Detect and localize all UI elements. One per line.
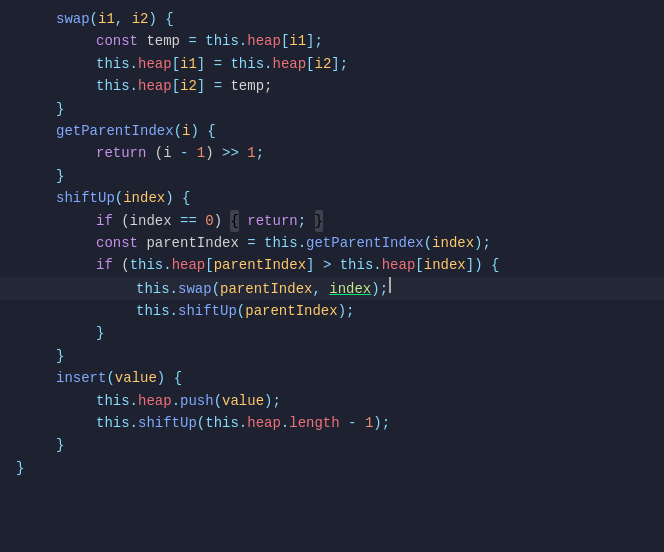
code-line: } [0,345,664,367]
code-line: } [0,165,664,187]
fn-name: swap [56,8,90,30]
code-editor: swap(i1, i2) { const temp = this.heap[i1… [0,0,664,552]
code-line: this.heap[i2] = temp; [0,75,664,97]
code-line: getParentIndex(i) { [0,120,664,142]
code-line: const temp = this.heap[i1]; [0,30,664,52]
code-line: if (index == 0) { return; } [0,210,664,232]
code-line: this.heap.push(value); [0,390,664,412]
code-line: insert(value) { [0,367,664,389]
code-line: if (this.heap[parentIndex] > this.heap[i… [0,254,664,276]
code-line: this.swap(parentIndex, index); [0,277,664,300]
code-line: shiftUp(index) { [0,187,664,209]
code-line: const parentIndex = this.getParentIndex(… [0,232,664,254]
code-line: } [0,322,664,344]
code-line: this.shiftUp(parentIndex); [0,300,664,322]
text-cursor [389,277,391,293]
code-line: swap(i1, i2) { [0,8,664,30]
code-line: } [0,434,664,456]
code-line: this.shiftUp(this.heap.length - 1); [0,412,664,434]
code-line: return (i - 1) >> 1; [0,142,664,164]
code-line: } [0,98,664,120]
code-line: this.heap[i1] = this.heap[i2]; [0,53,664,75]
code-line: } [0,457,664,479]
